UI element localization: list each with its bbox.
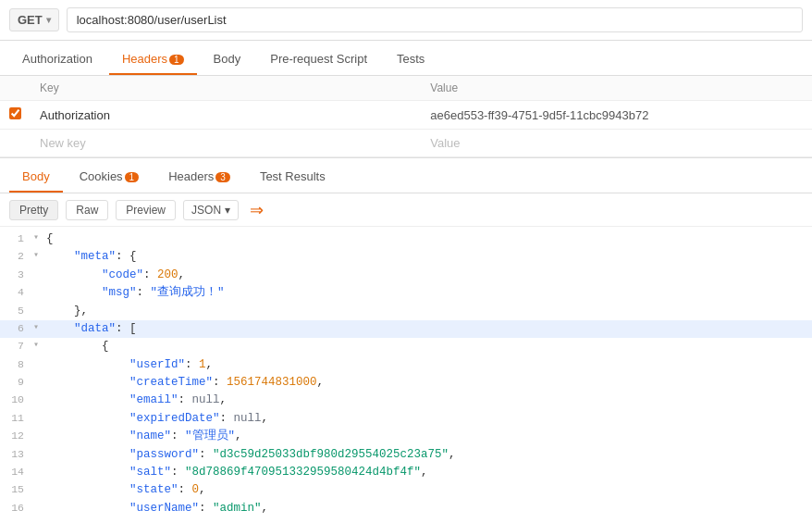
url-input[interactable] (67, 7, 803, 32)
line-number: 10 (0, 392, 33, 408)
code-line: 10 "email": null, (0, 392, 812, 409)
code-line: 13 "password": "d3c59d25033dbf980d295540… (0, 446, 812, 464)
header-value: ae6ed553-ff39-4751-9d5f-11cbc9943b72 (430, 108, 648, 122)
tab-tests[interactable]: Tests (384, 44, 437, 75)
code-line: 1▾{ (0, 230, 812, 248)
code-line: 7▾ { (0, 338, 812, 355)
json-format-label: JSON (191, 204, 221, 217)
code-line: 2▾ "meta": { (0, 248, 812, 266)
line-content: "expiredDate": null, (44, 410, 812, 428)
header-value-cell: ae6ed553-ff39-4751-9d5f-11cbc9943b72 (421, 101, 812, 130)
val-col-header: Value (421, 76, 812, 101)
tab-cookies[interactable]: Cookies1 (67, 162, 153, 193)
code-line: 16 "userName": "admin", (0, 500, 812, 514)
line-content: "data": [ (44, 320, 812, 338)
headers-section: Key Value Authorization ae6ed553-ff39-47… (0, 76, 812, 158)
method-selector[interactable]: GET ▾ (9, 8, 59, 31)
tab-body[interactable]: Body (201, 44, 254, 75)
line-arrow: ▾ (33, 320, 44, 335)
line-content: { (44, 230, 812, 248)
line-content: "email": null, (44, 392, 812, 409)
line-number: 2 (0, 248, 33, 265)
line-number: 15 (0, 481, 33, 498)
line-number: 8 (0, 356, 33, 373)
tab-test-results[interactable]: Test Results (247, 162, 338, 193)
headers-badge: 1 (169, 55, 184, 65)
code-line: 3 "code": 200, (0, 267, 812, 284)
code-line: 11 "expiredDate": null, (0, 410, 812, 428)
line-arrow: ▾ (33, 230, 44, 245)
line-content: "password": "d3c59d25033dbf980d29554025c… (44, 446, 812, 464)
header-checkbox-cell (0, 101, 31, 130)
tab-headers[interactable]: Headers1 (109, 44, 197, 75)
new-key-placeholder: New key (40, 136, 86, 150)
code-line: 14 "salt": "8d78869f470951332959580424d4… (0, 464, 812, 481)
method-chevron: ▾ (46, 15, 51, 25)
code-line: 8 "userId": 1, (0, 356, 812, 374)
tab-response-body[interactable]: Body (9, 162, 63, 193)
line-number: 3 (0, 267, 33, 283)
new-header-checkbox-cell (0, 130, 31, 157)
bottom-tab-bar: Body Cookies1 Headers3 Test Results (0, 158, 812, 193)
line-number: 5 (0, 303, 33, 319)
line-arrow: ▾ (33, 248, 44, 263)
line-content: "code": 200, (44, 267, 812, 284)
key-col-header: Key (31, 76, 421, 101)
line-content: "meta": { (44, 248, 812, 266)
header-key-cell: Authorization (31, 101, 421, 130)
line-content: "userId": 1, (44, 356, 812, 374)
header-key: Authorization (40, 108, 110, 122)
top-tab-bar: Authorization Headers1 Body Pre-request … (0, 41, 812, 76)
line-number: 7 (0, 338, 33, 355)
code-line: 9 "createTime": 1561744831000, (0, 374, 812, 392)
tab-pre-request[interactable]: Pre-request Script (257, 44, 380, 75)
code-line: 5 }, (0, 303, 812, 320)
line-number: 16 (0, 500, 33, 514)
format-chevron: ▾ (225, 204, 230, 217)
line-content: "salt": "8d78869f470951332959580424d4bf4… (44, 464, 812, 481)
json-format-selector[interactable]: JSON ▾ (183, 200, 239, 220)
method-label: GET (18, 13, 43, 27)
line-content: "createTime": 1561744831000, (44, 374, 812, 392)
header-row: Authorization ae6ed553-ff39-4751-9d5f-11… (0, 101, 812, 130)
headers-table: Key Value Authorization ae6ed553-ff39-47… (0, 76, 812, 157)
raw-btn[interactable]: Raw (66, 200, 108, 220)
line-number: 12 (0, 428, 33, 444)
cookies-badge: 1 (125, 172, 140, 182)
new-header-row: New key Value (0, 130, 812, 157)
code-line: 6▾ "data": [ (0, 320, 812, 338)
url-bar: GET ▾ (0, 0, 812, 41)
new-val-placeholder: Value (430, 136, 460, 150)
new-key-cell[interactable]: New key (31, 130, 421, 157)
line-content: { (44, 338, 812, 355)
header-checkbox[interactable] (9, 107, 21, 119)
code-area: 1▾{2▾ "meta": {3 "code": 200,4 "msg": "查… (0, 227, 812, 514)
tab-response-headers[interactable]: Headers3 (155, 162, 243, 193)
line-content: }, (44, 303, 812, 320)
line-number: 1 (0, 230, 33, 247)
line-content: "state": 0, (44, 481, 812, 499)
tab-authorization[interactable]: Authorization (9, 44, 105, 75)
code-line: 4 "msg": "查询成功！" (0, 284, 812, 302)
line-arrow: ▾ (33, 338, 44, 353)
line-number: 13 (0, 446, 33, 463)
new-value-cell[interactable]: Value (421, 130, 812, 157)
line-number: 9 (0, 374, 33, 391)
line-number: 6 (0, 320, 33, 337)
code-line: 15 "state": 0, (0, 481, 812, 499)
line-number: 11 (0, 410, 33, 427)
line-content: "name": "管理员", (44, 428, 812, 445)
checkbox-col-header (0, 76, 31, 101)
preview-btn[interactable]: Preview (116, 200, 176, 220)
response-toolbar: Pretty Raw Preview JSON ▾ ⇒ (0, 193, 812, 227)
pretty-btn[interactable]: Pretty (9, 200, 58, 220)
line-number: 4 (0, 284, 33, 301)
code-line: 12 "name": "管理员", (0, 428, 812, 445)
line-content: "userName": "admin", (44, 500, 812, 514)
line-content: "msg": "查询成功！" (44, 284, 812, 302)
wrap-icon[interactable]: ⇒ (250, 200, 264, 220)
response-headers-badge: 3 (215, 172, 230, 182)
line-number: 14 (0, 464, 33, 480)
